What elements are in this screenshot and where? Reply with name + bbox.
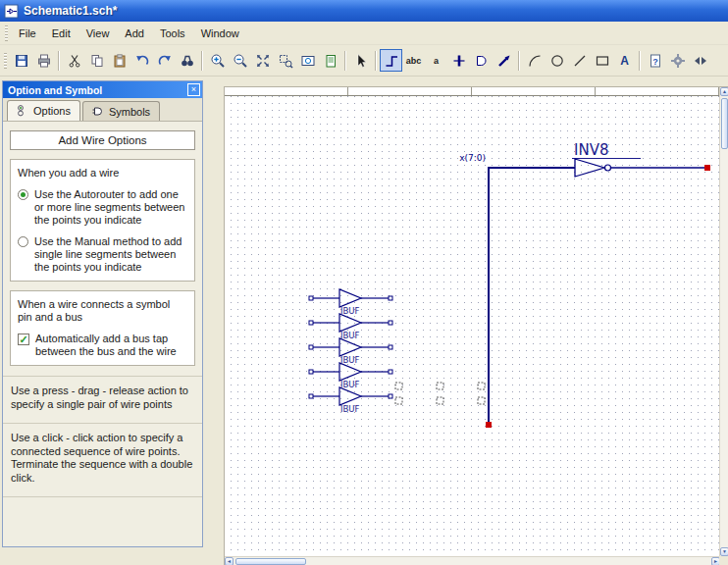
circle-icon <box>549 53 565 69</box>
zoom-selection-button[interactable] <box>296 49 319 72</box>
toolbar-separator <box>639 51 641 71</box>
selection-handles[interactable] <box>395 383 485 404</box>
autorouter-label[interactable]: Use the Autorouter to add one or more li… <box>34 188 187 227</box>
ibuf-symbol-4[interactable]: IBUF <box>309 363 392 389</box>
ibuf-symbol-2[interactable]: IBUF <box>309 314 392 340</box>
bus-icon <box>496 53 512 69</box>
paste-button[interactable] <box>108 49 130 72</box>
manual-radio[interactable] <box>18 236 28 247</box>
ibuf-label[interactable]: IBUF <box>340 306 360 316</box>
inv8-label[interactable]: INV8 <box>574 141 608 159</box>
zoom-full-icon <box>255 53 271 69</box>
cut-button[interactable] <box>63 49 85 72</box>
add-bus-button[interactable] <box>493 49 515 72</box>
add-net-name-button[interactable]: abc <box>402 49 425 72</box>
copy-button[interactable] <box>85 49 108 72</box>
flip-button[interactable] <box>689 49 711 72</box>
toolbar-grip[interactable] <box>4 53 7 69</box>
draw-arc-button[interactable] <box>523 49 546 72</box>
undo-icon <box>134 53 150 69</box>
symbols-tab-icon <box>92 105 105 118</box>
wire-add-group: When you add a wire Use the Autorouter t… <box>10 159 195 282</box>
zoom-area-icon <box>278 53 293 69</box>
rectangle-icon <box>595 53 610 69</box>
undo-button[interactable] <box>130 49 153 72</box>
draw-text-button[interactable]: A <box>613 49 636 72</box>
add-bus-tap-button[interactable] <box>447 49 470 72</box>
save-button[interactable] <box>10 49 32 72</box>
ibuf-label[interactable]: IBUF <box>340 404 360 414</box>
title-bar[interactable]: Schematic1.sch* <box>0 0 728 22</box>
ibuf-symbol-3[interactable]: IBUF <box>309 338 392 365</box>
print-button[interactable] <box>32 49 55 72</box>
bus-x7-0[interactable]: x(7:0) <box>459 153 575 428</box>
zoom-area-button[interactable] <box>274 49 296 72</box>
help-button[interactable]: ? <box>644 49 666 72</box>
scroll-left-icon[interactable]: ◄ <box>225 557 234 565</box>
panel-close-icon[interactable]: × <box>187 83 200 96</box>
menu-add[interactable]: Add <box>117 25 152 42</box>
ibuf-symbol-5[interactable]: IBUF <box>309 387 392 414</box>
bus-tap-icon <box>451 53 467 69</box>
hint-divider <box>3 496 202 500</box>
horizontal-scroll-thumb[interactable] <box>235 558 306 565</box>
unconnected-pin-marker[interactable] <box>704 165 710 171</box>
inv8-symbol[interactable]: INV8 <box>572 141 710 177</box>
text-A-icon: A <box>620 54 629 68</box>
autorouter-option[interactable]: Use the Autorouter to add one or more li… <box>18 188 187 227</box>
manual-label[interactable]: Use the Manual method to add single line… <box>34 235 187 274</box>
main-toolbar: abc a <box>0 45 728 77</box>
add-wire-button[interactable] <box>380 49 402 72</box>
scroll-down-icon[interactable]: ▼ <box>720 547 728 556</box>
bus-tap-option[interactable]: ✓ Automatically add a bus tap between th… <box>18 333 187 358</box>
tab-symbols[interactable]: Symbols <box>82 101 160 121</box>
abc-icon: abc <box>406 56 422 66</box>
zoom-out-button[interactable] <box>229 49 251 72</box>
add-bus-name-button[interactable]: a <box>425 49 447 72</box>
add-symbol-button[interactable] <box>470 49 493 72</box>
manual-option[interactable]: Use the Manual method to add single line… <box>18 235 187 274</box>
select-pointer-button[interactable] <box>349 49 372 72</box>
horizontal-scrollbar[interactable]: ◄ ► <box>225 556 720 565</box>
ibuf-label[interactable]: IBUF <box>340 331 360 340</box>
vertical-scrollbar[interactable]: ▲ ▼ <box>719 87 728 556</box>
zoom-selection-icon <box>300 53 316 69</box>
bus-tap-checkbox[interactable]: ✓ <box>18 334 29 345</box>
autorouter-radio[interactable] <box>18 189 28 200</box>
paste-icon <box>112 53 128 69</box>
zoom-full-view-button[interactable] <box>251 49 274 72</box>
find-button[interactable] <box>176 49 198 72</box>
ibuf-symbol-1[interactable]: IBUF <box>309 289 392 316</box>
bus-tap-label[interactable]: Automatically add a bus tap between the … <box>35 333 187 358</box>
scroll-up-icon[interactable]: ▲ <box>720 87 728 96</box>
draw-rectangle-button[interactable] <box>591 49 613 72</box>
menubar-grip[interactable] <box>5 26 8 41</box>
menu-file[interactable]: File <box>11 25 44 42</box>
panel-title: Option and Symbol <box>8 84 102 96</box>
draw-circle-button[interactable] <box>546 49 568 72</box>
binoculars-icon <box>180 53 195 69</box>
redo-button[interactable] <box>153 49 176 72</box>
arc-icon <box>527 53 543 69</box>
ibuf-label[interactable]: IBUF <box>340 355 360 365</box>
schematic-sheet[interactable]: x(7:0) INV8 <box>225 96 720 556</box>
menu-bar: File Edit View Add Tools Window <box>0 22 728 45</box>
ruler-top <box>225 87 720 96</box>
tab-options[interactable]: Options <box>7 100 80 121</box>
ibuf-label[interactable]: IBUF <box>340 380 360 389</box>
panel-title-bar[interactable]: Option and Symbol × <box>3 81 202 98</box>
new-view-button[interactable] <box>319 49 341 72</box>
app-icon[interactable] <box>4 4 19 19</box>
edit-symbol-button[interactable] <box>666 49 689 72</box>
vertical-scroll-thumb[interactable] <box>721 98 728 149</box>
draw-line-button[interactable] <box>568 49 591 72</box>
bus-label[interactable]: x(7:0) <box>459 153 486 163</box>
unconnected-pin-marker[interactable] <box>486 422 492 428</box>
menu-window[interactable]: Window <box>193 25 247 42</box>
toolbar-separator <box>344 51 346 71</box>
add-wire-options-header: Add Wire Options <box>10 130 195 150</box>
menu-view[interactable]: View <box>78 25 118 42</box>
menu-edit[interactable]: Edit <box>44 25 78 42</box>
menu-tools[interactable]: Tools <box>152 25 193 42</box>
zoom-in-button[interactable] <box>206 49 229 72</box>
